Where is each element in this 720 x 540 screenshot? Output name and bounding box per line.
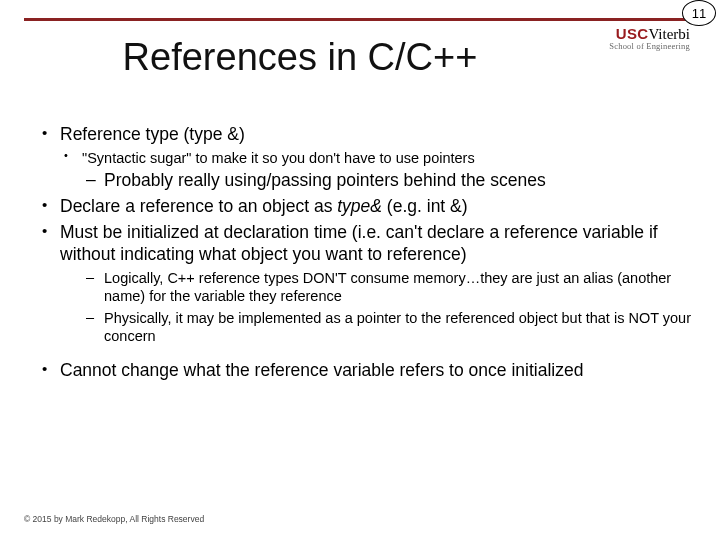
page-number-text: 11 bbox=[692, 6, 706, 21]
text-type-amp: type& bbox=[337, 196, 382, 216]
bullet-cannot-change: Cannot change what the reference variabl… bbox=[38, 360, 692, 382]
subsub-logically-alias: Logically, C++ reference types DON'T con… bbox=[38, 269, 692, 306]
logo-line1: USCViterbi bbox=[609, 26, 690, 42]
subsub-probably-pointers: Probably really using/passing pointers b… bbox=[38, 170, 692, 192]
subsub-physically-pointer: Physically, it may be implemented as a p… bbox=[38, 309, 692, 346]
text-declare-post: (e.g. int &) bbox=[382, 196, 468, 216]
subbullet-syntactic-sugar: "Syntactic sugar" to make it so you don'… bbox=[38, 149, 692, 167]
slide-title: References in C/C++ bbox=[50, 36, 550, 79]
header-rule bbox=[24, 18, 696, 21]
logo-viterbi: Viterbi bbox=[648, 26, 690, 42]
bullet-reference-type: Reference type (type &) bbox=[38, 124, 692, 146]
copyright-footer: © 2015 by Mark Redekopp, All Rights Rese… bbox=[24, 514, 204, 524]
bullet-must-initialize: Must be initialized at declaration time … bbox=[38, 222, 692, 266]
logo-subtitle: School of Engineering bbox=[609, 42, 690, 51]
logo-usc: USC bbox=[616, 25, 649, 42]
bullet-declare-reference: Declare a reference to an object as type… bbox=[38, 196, 692, 218]
usc-viterbi-logo: USCViterbi School of Engineering bbox=[609, 26, 690, 51]
slide-body: Reference type (type &) "Syntactic sugar… bbox=[38, 120, 692, 384]
page-number-badge: 11 bbox=[682, 0, 716, 26]
text-declare-pre: Declare a reference to an object as bbox=[60, 196, 337, 216]
